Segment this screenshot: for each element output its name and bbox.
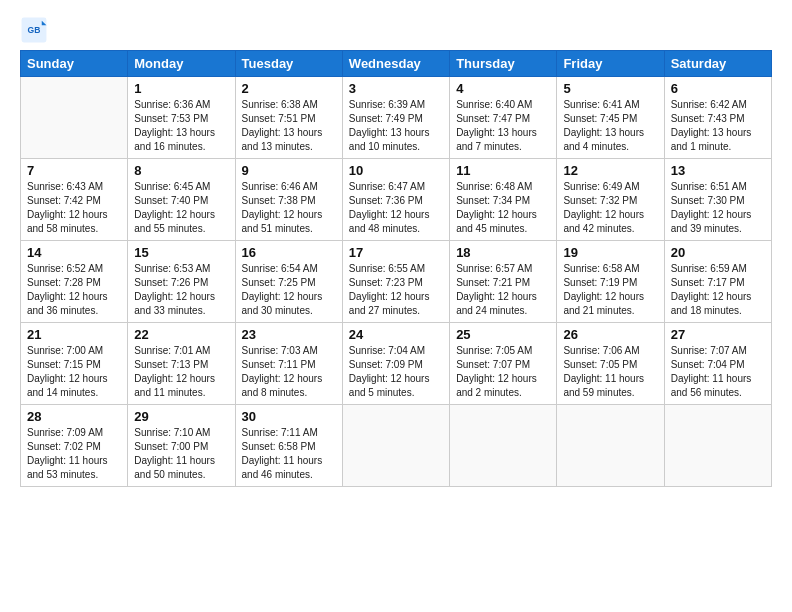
day-number: 14 [27,245,121,260]
day-info: Sunrise: 6:58 AMSunset: 7:19 PMDaylight:… [563,262,657,318]
day-info: Sunrise: 6:59 AMSunset: 7:17 PMDaylight:… [671,262,765,318]
day-number: 22 [134,327,228,342]
day-number: 5 [563,81,657,96]
day-info: Sunrise: 6:46 AMSunset: 7:38 PMDaylight:… [242,180,336,236]
week-row-2: 7Sunrise: 6:43 AMSunset: 7:42 PMDaylight… [21,159,772,241]
day-number: 10 [349,163,443,178]
day-info: Sunrise: 7:11 AMSunset: 6:58 PMDaylight:… [242,426,336,482]
day-info: Sunrise: 6:39 AMSunset: 7:49 PMDaylight:… [349,98,443,154]
day-number: 18 [456,245,550,260]
calendar-cell: 19Sunrise: 6:58 AMSunset: 7:19 PMDayligh… [557,241,664,323]
calendar-body: 1Sunrise: 6:36 AMSunset: 7:53 PMDaylight… [21,77,772,487]
day-info: Sunrise: 7:00 AMSunset: 7:15 PMDaylight:… [27,344,121,400]
day-info: Sunrise: 7:07 AMSunset: 7:04 PMDaylight:… [671,344,765,400]
day-header-monday: Monday [128,51,235,77]
day-number: 23 [242,327,336,342]
day-header-wednesday: Wednesday [342,51,449,77]
calendar-cell: 18Sunrise: 6:57 AMSunset: 7:21 PMDayligh… [450,241,557,323]
day-number: 17 [349,245,443,260]
calendar-cell: 29Sunrise: 7:10 AMSunset: 7:00 PMDayligh… [128,405,235,487]
day-info: Sunrise: 6:53 AMSunset: 7:26 PMDaylight:… [134,262,228,318]
day-number: 3 [349,81,443,96]
day-number: 29 [134,409,228,424]
header: GB [20,16,772,44]
calendar-cell: 14Sunrise: 6:52 AMSunset: 7:28 PMDayligh… [21,241,128,323]
week-row-1: 1Sunrise: 6:36 AMSunset: 7:53 PMDaylight… [21,77,772,159]
calendar-cell: 5Sunrise: 6:41 AMSunset: 7:45 PMDaylight… [557,77,664,159]
calendar-cell: 27Sunrise: 7:07 AMSunset: 7:04 PMDayligh… [664,323,771,405]
days-header-row: SundayMondayTuesdayWednesdayThursdayFrid… [21,51,772,77]
svg-text:GB: GB [28,25,41,35]
calendar-cell: 16Sunrise: 6:54 AMSunset: 7:25 PMDayligh… [235,241,342,323]
calendar-cell: 28Sunrise: 7:09 AMSunset: 7:02 PMDayligh… [21,405,128,487]
calendar-cell: 13Sunrise: 6:51 AMSunset: 7:30 PMDayligh… [664,159,771,241]
day-number: 20 [671,245,765,260]
day-info: Sunrise: 6:38 AMSunset: 7:51 PMDaylight:… [242,98,336,154]
day-number: 15 [134,245,228,260]
logo-icon: GB [20,16,48,44]
calendar-cell [450,405,557,487]
calendar-cell [342,405,449,487]
week-row-5: 28Sunrise: 7:09 AMSunset: 7:02 PMDayligh… [21,405,772,487]
calendar-cell: 21Sunrise: 7:00 AMSunset: 7:15 PMDayligh… [21,323,128,405]
day-number: 2 [242,81,336,96]
day-info: Sunrise: 6:52 AMSunset: 7:28 PMDaylight:… [27,262,121,318]
day-number: 4 [456,81,550,96]
day-number: 11 [456,163,550,178]
day-number: 28 [27,409,121,424]
calendar-cell: 3Sunrise: 6:39 AMSunset: 7:49 PMDaylight… [342,77,449,159]
day-info: Sunrise: 7:10 AMSunset: 7:00 PMDaylight:… [134,426,228,482]
day-info: Sunrise: 6:36 AMSunset: 7:53 PMDaylight:… [134,98,228,154]
day-info: Sunrise: 6:47 AMSunset: 7:36 PMDaylight:… [349,180,443,236]
day-header-thursday: Thursday [450,51,557,77]
day-header-tuesday: Tuesday [235,51,342,77]
calendar-cell: 6Sunrise: 6:42 AMSunset: 7:43 PMDaylight… [664,77,771,159]
calendar-cell: 15Sunrise: 6:53 AMSunset: 7:26 PMDayligh… [128,241,235,323]
day-info: Sunrise: 6:57 AMSunset: 7:21 PMDaylight:… [456,262,550,318]
day-info: Sunrise: 6:41 AMSunset: 7:45 PMDaylight:… [563,98,657,154]
calendar-cell: 2Sunrise: 6:38 AMSunset: 7:51 PMDaylight… [235,77,342,159]
day-number: 13 [671,163,765,178]
calendar-cell: 1Sunrise: 6:36 AMSunset: 7:53 PMDaylight… [128,77,235,159]
day-number: 9 [242,163,336,178]
day-info: Sunrise: 6:54 AMSunset: 7:25 PMDaylight:… [242,262,336,318]
day-info: Sunrise: 6:42 AMSunset: 7:43 PMDaylight:… [671,98,765,154]
day-info: Sunrise: 6:49 AMSunset: 7:32 PMDaylight:… [563,180,657,236]
day-number: 1 [134,81,228,96]
day-number: 21 [27,327,121,342]
calendar-cell [664,405,771,487]
day-info: Sunrise: 6:51 AMSunset: 7:30 PMDaylight:… [671,180,765,236]
logo: GB [20,16,52,44]
day-number: 25 [456,327,550,342]
day-number: 30 [242,409,336,424]
day-info: Sunrise: 7:06 AMSunset: 7:05 PMDaylight:… [563,344,657,400]
calendar-cell: 26Sunrise: 7:06 AMSunset: 7:05 PMDayligh… [557,323,664,405]
calendar-cell: 12Sunrise: 6:49 AMSunset: 7:32 PMDayligh… [557,159,664,241]
calendar-cell: 24Sunrise: 7:04 AMSunset: 7:09 PMDayligh… [342,323,449,405]
calendar-cell: 23Sunrise: 7:03 AMSunset: 7:11 PMDayligh… [235,323,342,405]
day-info: Sunrise: 6:40 AMSunset: 7:47 PMDaylight:… [456,98,550,154]
week-row-3: 14Sunrise: 6:52 AMSunset: 7:28 PMDayligh… [21,241,772,323]
calendar-cell: 20Sunrise: 6:59 AMSunset: 7:17 PMDayligh… [664,241,771,323]
day-number: 8 [134,163,228,178]
day-info: Sunrise: 6:43 AMSunset: 7:42 PMDaylight:… [27,180,121,236]
calendar-cell [21,77,128,159]
calendar-cell: 4Sunrise: 6:40 AMSunset: 7:47 PMDaylight… [450,77,557,159]
day-info: Sunrise: 7:03 AMSunset: 7:11 PMDaylight:… [242,344,336,400]
day-number: 12 [563,163,657,178]
calendar-cell: 9Sunrise: 6:46 AMSunset: 7:38 PMDaylight… [235,159,342,241]
calendar-cell: 11Sunrise: 6:48 AMSunset: 7:34 PMDayligh… [450,159,557,241]
day-header-friday: Friday [557,51,664,77]
day-info: Sunrise: 7:09 AMSunset: 7:02 PMDaylight:… [27,426,121,482]
day-info: Sunrise: 7:05 AMSunset: 7:07 PMDaylight:… [456,344,550,400]
day-header-saturday: Saturday [664,51,771,77]
calendar-cell [557,405,664,487]
calendar: SundayMondayTuesdayWednesdayThursdayFrid… [20,50,772,487]
calendar-cell: 25Sunrise: 7:05 AMSunset: 7:07 PMDayligh… [450,323,557,405]
day-number: 27 [671,327,765,342]
day-number: 7 [27,163,121,178]
calendar-cell: 7Sunrise: 6:43 AMSunset: 7:42 PMDaylight… [21,159,128,241]
day-number: 16 [242,245,336,260]
calendar-cell: 10Sunrise: 6:47 AMSunset: 7:36 PMDayligh… [342,159,449,241]
week-row-4: 21Sunrise: 7:00 AMSunset: 7:15 PMDayligh… [21,323,772,405]
